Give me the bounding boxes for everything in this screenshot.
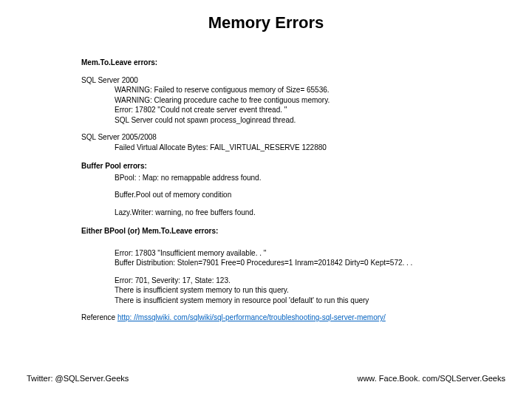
error-block: Error: 701, Severity: 17, State: 123. Th… <box>115 276 480 306</box>
error-line: Error: 17803 "Insufficient memory availa… <box>115 248 480 259</box>
error-line: BPool: : Map: no remappable address foun… <box>115 173 480 183</box>
error-block: Error: 17803 "Insufficient memory availa… <box>115 248 480 268</box>
label-sql2000: SQL Server 2000 <box>81 75 480 86</box>
heading-memtoleave: Mem.To.Leave errors: <box>81 58 480 68</box>
error-line: Error: 701, Severity: 17, State: 123. <box>115 276 480 286</box>
page-title: Memory Errors <box>0 13 532 33</box>
reference-link[interactable]: http: //mssqlwiki. com/sqlwiki/sql-perfo… <box>117 313 386 321</box>
footer-right: www. Face.Book. com/SQLServer.Geeks <box>357 374 505 383</box>
error-line: SQL Server could not spawn process_login… <box>115 115 480 126</box>
reference-line: Reference http: //mssqlwiki. com/sqlwiki… <box>81 313 480 323</box>
lines-bufferpool: BPool: : Map: no remappable address foun… <box>81 173 480 218</box>
group-sql2005: SQL Server 2005/2008 Failed Virtual Allo… <box>81 132 480 152</box>
lines-either: Error: 17803 "Insufficient memory availa… <box>81 248 480 306</box>
error-line: Buffer.Pool out of memory condition <box>115 190 480 200</box>
error-line: Buffer Distribution: Stolen=7901 Free=0 … <box>115 258 480 268</box>
error-line: Failed Virtual Allocate Bytes: FAIL_VIRT… <box>115 143 480 153</box>
footer-left: Twitter: @SQLServer.Geeks <box>27 374 129 383</box>
label-sql2005: SQL Server 2005/2008 <box>81 132 480 143</box>
error-line: Error: 17802 "Could not create server ev… <box>115 105 480 115</box>
heading-bufferpool: Buffer Pool errors: <box>81 161 480 171</box>
reference-label: Reference <box>81 313 117 321</box>
slide: Memory Errors Mem.To.Leave errors: SQL S… <box>0 0 532 399</box>
lines-sql2000: WARNING: Failed to reserve contiguous me… <box>81 85 480 125</box>
error-line: Lazy.Writer: warning, no free buffers fo… <box>115 208 480 218</box>
error-line: WARNING: Clearing procedure cache to fre… <box>115 95 480 106</box>
error-line: WARNING: Failed to reserve contiguous me… <box>115 85 480 95</box>
error-line: There is insufficient system memory to r… <box>115 285 480 296</box>
group-sql2000: SQL Server 2000 WARNING: Failed to reser… <box>81 75 480 126</box>
content-area: Mem.To.Leave errors: SQL Server 2000 WAR… <box>81 58 480 323</box>
heading-either: Either BPool (or) Mem.To.Leave errors: <box>81 226 480 236</box>
lines-sql2005: Failed Virtual Allocate Bytes: FAIL_VIRT… <box>81 143 480 153</box>
error-line: There is insufficient system memory in r… <box>115 296 480 306</box>
